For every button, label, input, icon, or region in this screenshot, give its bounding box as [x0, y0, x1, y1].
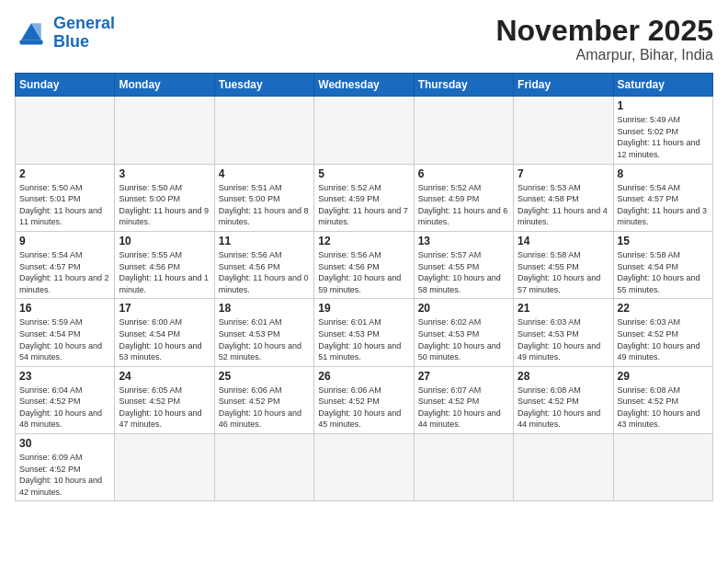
- day-number: 23: [19, 370, 110, 383]
- day-number: 29: [618, 370, 709, 383]
- day-number: 4: [219, 167, 310, 180]
- day-cell: 6Sunrise: 5:52 AM Sunset: 4:59 PM Daylig…: [414, 164, 513, 231]
- day-number: 19: [318, 302, 409, 315]
- day-cell: 4Sunrise: 5:51 AM Sunset: 5:00 PM Daylig…: [214, 164, 313, 231]
- day-cell: [613, 434, 712, 501]
- day-cell: 8Sunrise: 5:54 AM Sunset: 4:57 PM Daylig…: [613, 164, 712, 231]
- day-info: Sunrise: 6:01 AM Sunset: 4:53 PM Dayligh…: [219, 316, 310, 362]
- day-info: Sunrise: 5:50 AM Sunset: 5:01 PM Dayligh…: [19, 182, 110, 228]
- day-number: 25: [219, 370, 310, 383]
- day-cell: 19Sunrise: 6:01 AM Sunset: 4:53 PM Dayli…: [314, 299, 414, 366]
- day-info: Sunrise: 5:56 AM Sunset: 4:56 PM Dayligh…: [219, 249, 310, 295]
- day-cell: 10Sunrise: 5:55 AM Sunset: 4:56 PM Dayli…: [115, 231, 214, 298]
- day-number: 6: [418, 167, 509, 180]
- header: General Blue November 2025 Amarpur, Biha…: [15, 15, 713, 63]
- week-row-6: 30Sunrise: 6:09 AM Sunset: 4:52 PM Dayli…: [16, 434, 713, 501]
- calendar-table: SundayMondayTuesdayWednesdayThursdayFrid…: [15, 73, 713, 501]
- day-cell: 30Sunrise: 6:09 AM Sunset: 4:52 PM Dayli…: [16, 434, 115, 501]
- day-number: 22: [618, 302, 709, 315]
- day-info: Sunrise: 5:51 AM Sunset: 5:00 PM Dayligh…: [219, 182, 310, 228]
- day-number: 12: [318, 235, 409, 247]
- day-number: 28: [518, 370, 609, 383]
- day-cell: 20Sunrise: 6:02 AM Sunset: 4:53 PM Dayli…: [414, 299, 513, 366]
- day-number: 11: [219, 235, 310, 247]
- day-number: 7: [518, 167, 609, 180]
- day-cell: [314, 434, 414, 501]
- day-info: Sunrise: 6:06 AM Sunset: 4:52 PM Dayligh…: [219, 385, 310, 431]
- day-cell: [314, 97, 414, 164]
- day-number: 14: [518, 235, 609, 247]
- week-row-2: 2Sunrise: 5:50 AM Sunset: 5:01 PM Daylig…: [16, 164, 713, 231]
- day-info: Sunrise: 5:59 AM Sunset: 4:54 PM Dayligh…: [19, 316, 110, 362]
- logo: General Blue: [15, 15, 115, 52]
- col-header-friday: Friday: [514, 74, 613, 97]
- day-info: Sunrise: 6:03 AM Sunset: 4:52 PM Dayligh…: [618, 316, 709, 362]
- day-number: 27: [418, 370, 509, 383]
- day-info: Sunrise: 5:54 AM Sunset: 4:57 PM Dayligh…: [618, 182, 709, 228]
- day-cell: [115, 434, 214, 501]
- day-info: Sunrise: 5:58 AM Sunset: 4:54 PM Dayligh…: [618, 249, 709, 295]
- day-cell: [16, 97, 115, 164]
- day-cell: [514, 434, 613, 501]
- day-cell: [414, 434, 513, 501]
- day-cell: 11Sunrise: 5:56 AM Sunset: 4:56 PM Dayli…: [214, 231, 313, 298]
- day-cell: 25Sunrise: 6:06 AM Sunset: 4:52 PM Dayli…: [214, 366, 313, 433]
- day-cell: 17Sunrise: 6:00 AM Sunset: 4:54 PM Dayli…: [115, 299, 214, 366]
- logo-text: General Blue: [53, 15, 115, 52]
- day-number: 1: [618, 99, 709, 112]
- day-info: Sunrise: 6:07 AM Sunset: 4:52 PM Dayligh…: [418, 385, 509, 431]
- day-info: Sunrise: 6:06 AM Sunset: 4:52 PM Dayligh…: [318, 385, 409, 431]
- logo-icon: [15, 17, 48, 50]
- day-number: 26: [318, 370, 409, 383]
- day-number: 21: [518, 302, 609, 315]
- day-cell: 24Sunrise: 6:05 AM Sunset: 4:52 PM Dayli…: [115, 366, 214, 433]
- day-number: 5: [318, 167, 409, 180]
- day-info: Sunrise: 6:08 AM Sunset: 4:52 PM Dayligh…: [518, 385, 609, 431]
- day-cell: 3Sunrise: 5:50 AM Sunset: 5:00 PM Daylig…: [115, 164, 214, 231]
- day-cell: 22Sunrise: 6:03 AM Sunset: 4:52 PM Dayli…: [613, 299, 712, 366]
- day-info: Sunrise: 6:09 AM Sunset: 4:52 PM Dayligh…: [19, 452, 110, 498]
- day-number: 20: [418, 302, 509, 315]
- day-number: 18: [219, 302, 310, 315]
- day-number: 3: [119, 167, 210, 180]
- week-row-3: 9Sunrise: 5:54 AM Sunset: 4:57 PM Daylig…: [16, 231, 713, 298]
- day-info: Sunrise: 6:01 AM Sunset: 4:53 PM Dayligh…: [318, 316, 409, 362]
- day-cell: 15Sunrise: 5:58 AM Sunset: 4:54 PM Dayli…: [613, 231, 712, 298]
- page: General Blue November 2025 Amarpur, Biha…: [0, 0, 728, 563]
- calendar-title: November 2025: [495, 15, 713, 47]
- col-header-wednesday: Wednesday: [314, 74, 414, 97]
- day-number: 24: [119, 370, 210, 383]
- day-number: 15: [618, 235, 709, 247]
- day-number: 10: [119, 235, 210, 247]
- day-cell: 2Sunrise: 5:50 AM Sunset: 5:01 PM Daylig…: [16, 164, 115, 231]
- logo-blue: Blue: [53, 32, 89, 51]
- logo-general: General: [53, 14, 115, 32]
- day-cell: 28Sunrise: 6:08 AM Sunset: 4:52 PM Dayli…: [514, 366, 613, 433]
- day-number: 13: [418, 235, 509, 247]
- week-row-1: 1Sunrise: 5:49 AM Sunset: 5:02 PM Daylig…: [16, 97, 713, 164]
- week-row-4: 16Sunrise: 5:59 AM Sunset: 4:54 PM Dayli…: [16, 299, 713, 366]
- col-header-monday: Monday: [115, 74, 214, 97]
- col-header-tuesday: Tuesday: [214, 74, 313, 97]
- day-info: Sunrise: 6:04 AM Sunset: 4:52 PM Dayligh…: [19, 385, 110, 431]
- header-row: SundayMondayTuesdayWednesdayThursdayFrid…: [16, 74, 713, 97]
- day-info: Sunrise: 5:54 AM Sunset: 4:57 PM Dayligh…: [19, 249, 110, 295]
- day-cell: [514, 97, 613, 164]
- day-info: Sunrise: 5:52 AM Sunset: 4:59 PM Dayligh…: [418, 182, 509, 228]
- col-header-saturday: Saturday: [613, 74, 712, 97]
- day-info: Sunrise: 5:56 AM Sunset: 4:56 PM Dayligh…: [318, 249, 409, 295]
- day-number: 9: [19, 235, 110, 247]
- day-number: 2: [19, 167, 110, 180]
- day-cell: [214, 97, 313, 164]
- day-cell: 1Sunrise: 5:49 AM Sunset: 5:02 PM Daylig…: [613, 97, 712, 164]
- day-info: Sunrise: 5:52 AM Sunset: 4:59 PM Dayligh…: [318, 182, 409, 228]
- day-info: Sunrise: 5:58 AM Sunset: 4:55 PM Dayligh…: [518, 249, 609, 295]
- day-cell: [414, 97, 513, 164]
- day-cell: [214, 434, 313, 501]
- day-number: 16: [19, 302, 110, 315]
- day-cell: 23Sunrise: 6:04 AM Sunset: 4:52 PM Dayli…: [16, 366, 115, 433]
- day-info: Sunrise: 6:00 AM Sunset: 4:54 PM Dayligh…: [119, 316, 210, 362]
- day-info: Sunrise: 6:08 AM Sunset: 4:52 PM Dayligh…: [618, 385, 709, 431]
- day-cell: 5Sunrise: 5:52 AM Sunset: 4:59 PM Daylig…: [314, 164, 414, 231]
- day-info: Sunrise: 5:49 AM Sunset: 5:02 PM Dayligh…: [618, 114, 709, 160]
